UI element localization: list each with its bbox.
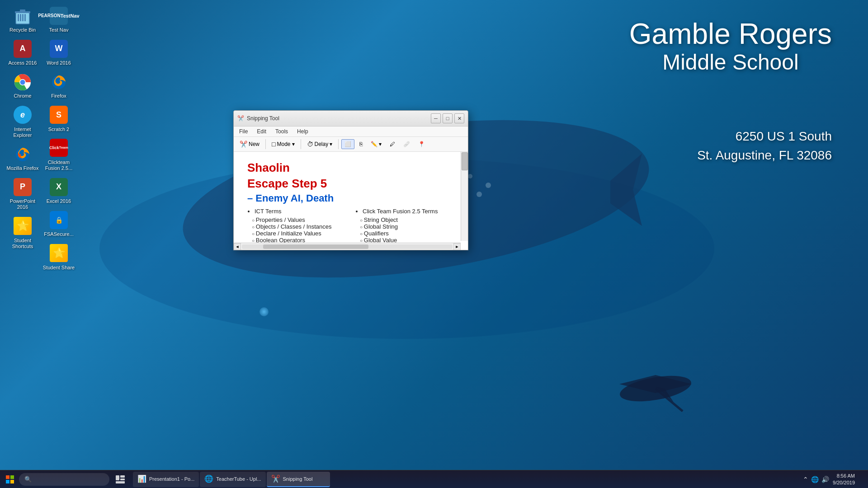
window-titlebar: ✂️ Snipping Tool ─ □ ✕ (234, 111, 468, 127)
svg-rect-49 (116, 475, 119, 480)
window-content-area: Shaolin Escape Step 5 – Enemy AI, Death … (234, 152, 468, 250)
ct-item-2: Global String (360, 223, 454, 230)
marker-button[interactable]: 📍 (415, 139, 428, 149)
manta-ray-svg (615, 361, 696, 416)
ie-icon: e (14, 107, 32, 125)
eraser-icon: 🩹 (403, 141, 410, 147)
taskbar-snipping-btn[interactable]: ✂️ Snipping Tool (267, 472, 330, 487)
tray-icons: ⌃ 🌐 🔊 (803, 476, 829, 483)
maximize-button[interactable]: □ (443, 113, 453, 123)
clock-date: 9/20/2019 (833, 479, 855, 486)
taskbar-teachertube-btn[interactable]: 🌐 TeacherTube - Upl... (200, 472, 265, 487)
test-nav-label: Test Nav (49, 27, 69, 33)
hscroll-track (242, 244, 453, 249)
rect-snip-icon: ⬜ (344, 141, 351, 147)
delay-label: Delay (315, 141, 329, 147)
school-name-line1: Gamble Rogers (629, 18, 832, 50)
bioluminescence (259, 307, 269, 316)
svg-point-14 (486, 183, 491, 188)
school-name-line2: Middle School (629, 50, 832, 75)
mode-label: Mode (277, 141, 290, 147)
desktop-icon-access-2016[interactable]: A Access 2016 (5, 38, 41, 69)
desktop-icon-recycle-bin[interactable]: Recycle Bin (5, 5, 41, 36)
desktop-icon-student-shortcuts[interactable]: ⭐ Student Shortcuts (5, 215, 41, 252)
vertical-scrollbar[interactable] (461, 152, 468, 241)
svg-rect-46 (10, 475, 14, 479)
desktop-icon-mozilla-firefox[interactable]: Mozilla Firefox (5, 143, 41, 174)
copy-button[interactable]: ⎘ (356, 139, 366, 149)
word-2016-icon: W (50, 40, 68, 58)
clickteam-icon: Click Team (50, 140, 68, 158)
desktop-icon-clickteam[interactable]: Click Team Clickteam Fusion 2.5... (41, 137, 77, 174)
desktop-icon-student-share[interactable]: ⭐ Student Share (41, 242, 77, 273)
menu-edit[interactable]: Edit (255, 128, 268, 135)
content-right-column: Click Team Fusion 2.5 Terms String Objec… (355, 208, 454, 244)
system-clock[interactable]: 8:56 AM 9/20/2019 (833, 473, 855, 486)
mode-dropdown-icon: ▾ (292, 141, 295, 147)
svg-rect-39 (20, 9, 25, 12)
tray-chevron[interactable]: ⌃ (803, 476, 808, 483)
menu-tools[interactable]: Tools (274, 128, 290, 135)
snipping-taskbar-label: Snipping Tool (283, 476, 313, 482)
scratch2-label: Scratch 2 (48, 127, 69, 132)
clock-time: 8:56 AM (833, 473, 855, 479)
delay-icon: ⏱ (307, 141, 313, 148)
recycle-bin-icon (14, 7, 32, 25)
recycle-bin-label: Recycle Bin (9, 27, 36, 33)
chrome-icon (14, 73, 32, 91)
taskbar-task-view[interactable] (112, 471, 128, 488)
ct-item-3: Qualifiers (360, 230, 454, 237)
copy-icon: ⎘ (359, 141, 363, 147)
ict-terms-header: ICT Terms (255, 208, 346, 215)
scrollbar-thumb[interactable] (462, 152, 468, 170)
clickteam-label: Clickteam Fusion 2.5... (42, 160, 75, 171)
new-button[interactable]: ✂️ New (236, 139, 263, 150)
desktop-icon-powerpoint[interactable]: P PowerPoint 2016 (5, 176, 41, 213)
scroll-right-arrow[interactable]: ► (453, 243, 461, 250)
desktop-icon-firefox2[interactable]: Firefox (41, 70, 77, 102)
ict-terms-list: Properties / Values Objects / Classes / … (252, 216, 346, 244)
pen-button[interactable]: ✏️ ▾ (368, 139, 385, 149)
taskbar-pinned-apps (112, 471, 128, 488)
desktop-icon-fsa[interactable]: 🔒 FSASecure... (41, 209, 77, 240)
content-title-line1: Shaolin (247, 161, 454, 175)
desktop-icon-chrome[interactable]: Chrome (5, 70, 41, 102)
taskbar-search-box[interactable]: 🔍 (19, 473, 109, 486)
desktop-icon-scratch2[interactable]: S Scratch 2 (41, 104, 77, 135)
excel-icon: X (50, 178, 68, 197)
desktop-icon-word-2016[interactable]: W Word 2016 (41, 38, 77, 69)
svg-point-26 (476, 192, 482, 197)
svg-rect-48 (10, 480, 14, 483)
taskbar-powerpoint-btn[interactable]: 📊 Presentation1 - Po... (133, 472, 199, 487)
scroll-left-arrow[interactable]: ◄ (234, 243, 241, 250)
rect-snip-button[interactable]: ⬜ (341, 139, 354, 149)
window-title: ✂️ Snipping Tool (237, 115, 279, 122)
mode-button[interactable]: □ Mode ▾ (269, 139, 298, 150)
eraser-button[interactable]: 🩹 (400, 139, 413, 149)
highlighter-button[interactable]: 🖊 (387, 139, 398, 149)
start-button[interactable] (2, 471, 18, 488)
fsa-icon: 🔒 (50, 211, 68, 230)
desktop-icon-test-nav[interactable]: PEARSON TestNav Test Nav (41, 5, 77, 36)
network-icon[interactable]: 🌐 (811, 476, 819, 483)
snip-content: Shaolin Escape Step 5 – Enemy AI, Death … (234, 152, 468, 250)
horizontal-scrollbar[interactable]: ◄ ► (234, 243, 461, 250)
pen-icon: ✏️ (371, 141, 377, 147)
delay-dropdown-icon: ▾ (330, 141, 332, 147)
content-two-columns: ICT Terms Properties / Values Objects / … (247, 208, 454, 244)
menu-file[interactable]: File (237, 128, 250, 135)
student-shortcuts-label: Student Shortcuts (6, 238, 39, 249)
close-button[interactable]: ✕ (454, 113, 464, 123)
minimize-button[interactable]: ─ (431, 113, 441, 123)
desktop-icon-ie[interactable]: e Internet Explorer (5, 104, 41, 141)
ct-item-1: String Object (360, 216, 454, 223)
menu-help[interactable]: Help (295, 128, 310, 135)
student-shortcuts-icon: ⭐ (14, 218, 32, 236)
delay-button[interactable]: ⏱ Delay ▾ (304, 139, 336, 150)
hscroll-thumb[interactable] (263, 244, 368, 249)
volume-icon[interactable]: 🔊 (821, 476, 829, 483)
window-toolbar: ✂️ New □ Mode ▾ ⏱ Delay ▾ ⬜ ⎘ (234, 137, 468, 152)
desktop-icon-excel[interactable]: X Excel 2016 (41, 176, 77, 207)
svg-rect-34 (18, 14, 19, 21)
window-controls: ─ □ ✕ (431, 113, 464, 123)
